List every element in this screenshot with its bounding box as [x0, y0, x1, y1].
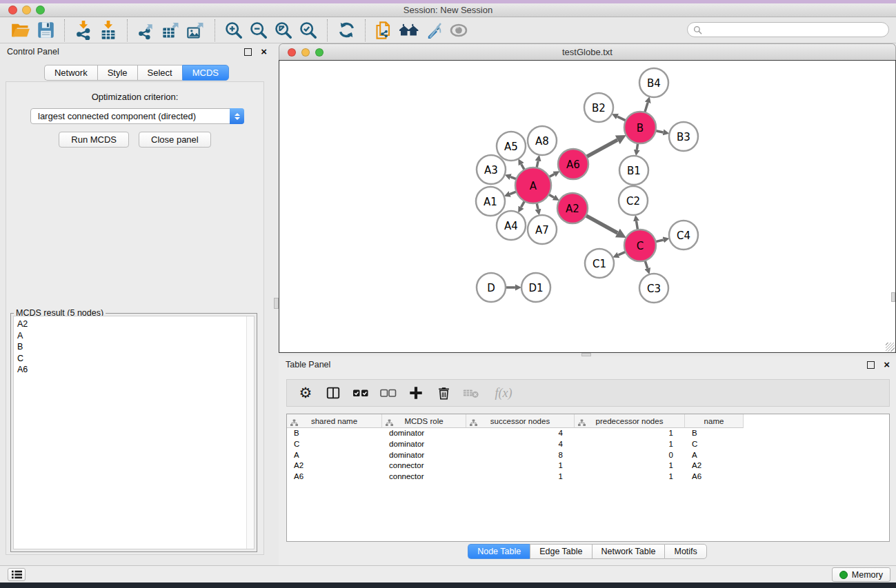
graph-edge-B-B4[interactable]	[644, 103, 648, 113]
deselect-all-button[interactable]	[379, 384, 397, 402]
clone-network-button[interactable]	[372, 19, 397, 41]
save-floppy-icon	[37, 21, 55, 39]
export-network-button[interactable]	[134, 19, 159, 41]
function-builder-button[interactable]: f(x)	[490, 384, 517, 402]
column-header-shared-name[interactable]: shared name	[287, 414, 382, 428]
mcds-result-list: A2ABCA6	[14, 316, 254, 376]
delete-column-button[interactable]	[435, 384, 452, 402]
table-options-button[interactable]: ⚙	[297, 384, 315, 402]
result-scrollbar[interactable]	[246, 316, 254, 549]
graph-node-C4[interactable]: C4	[669, 221, 698, 250]
refresh-button[interactable]	[334, 19, 359, 41]
tab-motifs[interactable]: Motifs	[664, 544, 706, 559]
export-image-button[interactable]	[183, 19, 208, 41]
graph-node-B1[interactable]: B1	[619, 156, 648, 185]
tab-style[interactable]: Style	[97, 65, 137, 81]
zoom-in-button[interactable]	[221, 19, 246, 41]
column-header-name[interactable]: name	[685, 414, 744, 428]
run-mcds-button[interactable]: Run MCDS	[59, 132, 129, 148]
cell-MCDS-role: dominator	[382, 439, 466, 450]
graph-node-C[interactable]: C	[624, 230, 656, 261]
graph-edge-A6-B[interactable]	[586, 140, 617, 157]
refresh-icon	[337, 21, 356, 39]
zoom-selected-button[interactable]	[296, 19, 321, 41]
tab-network[interactable]: Network	[44, 65, 97, 81]
graph-node-A8[interactable]: A8	[528, 126, 557, 155]
export-table-button[interactable]	[159, 19, 183, 41]
result-item-a[interactable]: A	[14, 330, 254, 342]
import-table-button[interactable]	[96, 19, 121, 41]
tab-edge-table[interactable]: Edge Table	[530, 544, 591, 559]
graph-node-B[interactable]: B	[624, 112, 656, 143]
float-panel-icon[interactable]	[244, 48, 252, 56]
app-titlebar[interactable]: Session: New Session	[0, 3, 896, 17]
resize-grip-icon[interactable]	[886, 343, 895, 352]
result-item-c[interactable]: C	[14, 353, 254, 365]
attribute-tree-icon	[578, 417, 586, 431]
tab-mcds[interactable]: MCDS	[182, 65, 229, 81]
graph-edge-A2-C[interactable]	[585, 215, 617, 233]
graph-node-D1[interactable]: D1	[521, 273, 550, 302]
table-row-a6[interactable]: A6connector11A6	[287, 472, 889, 483]
show-hide-panel-button[interactable]	[446, 19, 471, 41]
search-field[interactable]	[687, 22, 889, 37]
graph-node-A3[interactable]: A3	[477, 155, 506, 184]
float-table-panel-icon[interactable]	[867, 361, 875, 369]
graph-node-A4[interactable]: A4	[497, 211, 526, 240]
column-header-predecessor-nodes[interactable]: predecessor nodes	[575, 414, 685, 428]
result-item-a6[interactable]: A6	[14, 364, 254, 376]
tab-node-table[interactable]: Node Table	[468, 544, 530, 559]
graph-node-A5[interactable]: A5	[497, 132, 526, 161]
import-network-button[interactable]	[71, 19, 96, 41]
graph-node-B3[interactable]: B3	[669, 122, 698, 151]
zoom-fit-button[interactable]	[271, 19, 296, 41]
close-table-panel-icon[interactable]: ×	[884, 358, 890, 371]
result-item-a2[interactable]: A2	[14, 318, 254, 330]
graph-node-C3[interactable]: C3	[639, 274, 668, 303]
table-row-a[interactable]: Adominator80A	[287, 450, 889, 461]
network-title: testGlobe.txt	[279, 44, 895, 61]
graph-node-A7[interactable]: A7	[528, 215, 557, 244]
save-session-button[interactable]	[33, 19, 58, 41]
task-history-button[interactable]	[8, 568, 26, 581]
control-panel-title: Control Panel	[7, 47, 59, 57]
hide-graphics-details-button[interactable]	[421, 19, 446, 41]
graph-node-A1[interactable]: A1	[476, 187, 505, 216]
graph-node-B2[interactable]: B2	[584, 93, 613, 122]
table-row-c[interactable]: Cdominator41C	[287, 439, 889, 450]
graph-node-D[interactable]: D	[477, 273, 506, 302]
column-header-MCDS-role[interactable]: MCDS role	[382, 414, 466, 428]
graph-node-C1[interactable]: C1	[585, 249, 614, 278]
network-window-titlebar[interactable]: testGlobe.txt	[279, 43, 896, 60]
show-column-button[interactable]	[324, 384, 342, 402]
memory-button[interactable]: Memory	[832, 567, 890, 582]
table-row-a2[interactable]: A2connector11A2	[287, 460, 889, 472]
open-session-button[interactable]	[8, 19, 33, 41]
zoom-out-button[interactable]	[246, 19, 271, 41]
svg-text:C: C	[637, 240, 644, 252]
tab-select[interactable]: Select	[137, 65, 182, 81]
criterion-select[interactable]: largest connected component (directed)	[30, 108, 244, 124]
graph-node-C2[interactable]: C2	[619, 186, 648, 215]
panel-divider-grip[interactable]	[274, 298, 279, 309]
create-column-button[interactable]	[407, 384, 425, 402]
close-panel-button[interactable]: Close panel	[139, 132, 211, 148]
select-all-button[interactable]	[352, 384, 370, 402]
svg-text:B1: B1	[627, 165, 641, 177]
graph-node-A[interactable]: A	[515, 168, 551, 203]
window-edge-grip[interactable]	[891, 292, 895, 302]
table-row-b[interactable]: Bdominator41B	[287, 428, 889, 439]
search-input[interactable]	[702, 25, 888, 34]
tab-network-table[interactable]: Network Table	[592, 544, 665, 559]
delete-table-button[interactable]	[462, 384, 480, 402]
column-header-successor-nodes[interactable]: successor nodes	[466, 414, 575, 428]
network-canvas[interactable]: B4B2BB3A8A5A6A3B1AC2A1A2A4A7C4CC1DD1C3	[279, 60, 896, 353]
cell-successor-nodes: 1	[466, 460, 575, 472]
result-item-b[interactable]: B	[14, 341, 254, 353]
close-panel-icon[interactable]: ×	[261, 45, 267, 58]
home-view-button[interactable]	[397, 19, 421, 41]
graph-node-B4[interactable]: B4	[639, 68, 668, 97]
graph-node-A2[interactable]: A2	[557, 193, 588, 223]
memory-status-icon	[839, 571, 848, 579]
graph-node-A6[interactable]: A6	[558, 149, 588, 179]
